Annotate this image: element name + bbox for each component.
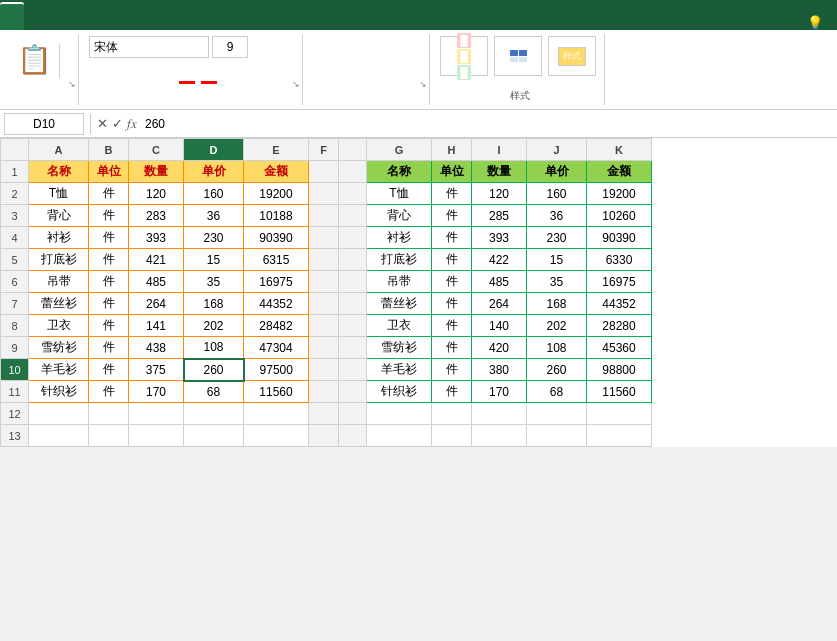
cell-f[interactable] bbox=[309, 249, 339, 271]
cell[interactable]: 衬衫 bbox=[29, 227, 89, 249]
cell[interactable]: T恤 bbox=[367, 183, 432, 205]
cell[interactable] bbox=[89, 425, 129, 447]
cell[interactable]: 羊毛衫 bbox=[367, 359, 432, 381]
row-header-2[interactable]: 2 bbox=[1, 183, 29, 205]
cell[interactable]: 件 bbox=[89, 227, 129, 249]
cell[interactable]: 90390 bbox=[244, 227, 309, 249]
cell[interactable]: 16975 bbox=[244, 271, 309, 293]
cell[interactable]: 10260 bbox=[587, 205, 652, 227]
font-size-input[interactable] bbox=[212, 36, 248, 58]
extra5-icon[interactable]: ≡ bbox=[637, 58, 657, 78]
cell[interactable] bbox=[587, 425, 652, 447]
cell-f[interactable] bbox=[309, 425, 339, 447]
cell[interactable]: 数量 bbox=[472, 161, 527, 183]
cell[interactable]: 金额 bbox=[244, 161, 309, 183]
merge-icon[interactable]: ⊟ bbox=[401, 58, 421, 78]
cell[interactable] bbox=[472, 403, 527, 425]
italic-button[interactable] bbox=[111, 65, 131, 85]
cell[interactable]: 卫衣 bbox=[367, 315, 432, 337]
cell[interactable]: 485 bbox=[129, 271, 184, 293]
cell[interactable]: T恤 bbox=[29, 183, 89, 205]
cell[interactable]: 15 bbox=[527, 249, 587, 271]
cell[interactable]: 卫衣 bbox=[29, 315, 89, 337]
align-middle-icon[interactable]: ≡ bbox=[335, 36, 355, 56]
col-header-g[interactable]: G bbox=[367, 139, 432, 161]
tab-excel-finance[interactable] bbox=[48, 2, 72, 30]
cell[interactable]: 28280 bbox=[587, 315, 652, 337]
cell[interactable]: 件 bbox=[89, 205, 129, 227]
row-header-4[interactable]: 4 bbox=[1, 227, 29, 249]
cell[interactable]: 件 bbox=[89, 293, 129, 315]
cell[interactable]: 285 bbox=[472, 205, 527, 227]
cell[interactable]: 件 bbox=[89, 315, 129, 337]
tab-formula[interactable] bbox=[120, 2, 144, 30]
col-header-j[interactable]: J bbox=[527, 139, 587, 161]
cell[interactable]: 11560 bbox=[244, 381, 309, 403]
cell[interactable]: 雪纺衫 bbox=[29, 337, 89, 359]
cell-f[interactable] bbox=[309, 161, 339, 183]
font-expand-icon[interactable]: ↘ bbox=[292, 79, 300, 89]
cell[interactable]: 吊带 bbox=[29, 271, 89, 293]
row-header-9[interactable]: 9 bbox=[1, 337, 29, 359]
align-right-icon[interactable]: ➡ bbox=[357, 58, 377, 78]
extra6-icon[interactable]: ≡ bbox=[659, 58, 679, 78]
cell[interactable]: 421 bbox=[129, 249, 184, 271]
underline-button[interactable] bbox=[133, 65, 153, 85]
cell[interactable] bbox=[29, 425, 89, 447]
font-name-input[interactable] bbox=[89, 36, 209, 58]
row-header-10[interactable]: 10 bbox=[1, 359, 29, 381]
cell[interactable]: 120 bbox=[129, 183, 184, 205]
cell[interactable] bbox=[184, 425, 244, 447]
tab-dev[interactable] bbox=[216, 2, 240, 30]
left-indent-icon[interactable]: ≡ bbox=[615, 36, 635, 56]
cell[interactable]: 件 bbox=[432, 337, 472, 359]
cell[interactable]: 230 bbox=[184, 227, 244, 249]
cell[interactable]: 170 bbox=[472, 381, 527, 403]
cell[interactable]: 单位 bbox=[89, 161, 129, 183]
cell[interactable]: 16975 bbox=[587, 271, 652, 293]
col-header-h[interactable]: H bbox=[432, 139, 472, 161]
clipboard-expand-icon[interactable]: ↘ bbox=[68, 79, 76, 89]
cell[interactable]: 19200 bbox=[244, 183, 309, 205]
center2-icon[interactable]: ≡ bbox=[637, 36, 657, 56]
paste-button[interactable]: 📋 bbox=[10, 44, 60, 78]
confirm-formula-icon[interactable]: ✓ bbox=[112, 116, 123, 131]
cell-f[interactable] bbox=[309, 183, 339, 205]
cell[interactable]: 羊毛衫 bbox=[29, 359, 89, 381]
tab-help[interactable] bbox=[240, 2, 264, 30]
cell[interactable]: 11560 bbox=[587, 381, 652, 403]
cell[interactable]: 10188 bbox=[244, 205, 309, 227]
cell[interactable]: 件 bbox=[432, 293, 472, 315]
cell[interactable]: 名称 bbox=[367, 161, 432, 183]
cell[interactable]: 针织衫 bbox=[367, 381, 432, 403]
cell[interactable]: 168 bbox=[184, 293, 244, 315]
col-header-a[interactable]: A bbox=[29, 139, 89, 161]
cell[interactable] bbox=[527, 425, 587, 447]
font-color-button[interactable]: A bbox=[199, 65, 219, 85]
cell[interactable]: 98800 bbox=[587, 359, 652, 381]
row-header-5[interactable]: 5 bbox=[1, 249, 29, 271]
cell[interactable]: 140 bbox=[472, 315, 527, 337]
cell[interactable]: 422 bbox=[472, 249, 527, 271]
cell[interactable]: 件 bbox=[432, 249, 472, 271]
cell[interactable] bbox=[244, 403, 309, 425]
tab-review[interactable] bbox=[168, 2, 192, 30]
cut-button[interactable] bbox=[64, 56, 68, 58]
cell[interactable]: 68 bbox=[184, 381, 244, 403]
cell[interactable] bbox=[129, 425, 184, 447]
col-header-k[interactable]: K bbox=[587, 139, 652, 161]
cell[interactable]: 针织衫 bbox=[29, 381, 89, 403]
cell[interactable]: 单价 bbox=[184, 161, 244, 183]
cell[interactable]: 吊带 bbox=[367, 271, 432, 293]
cell-f[interactable] bbox=[309, 359, 339, 381]
cell[interactable] bbox=[432, 425, 472, 447]
cell[interactable]: 438 bbox=[129, 337, 184, 359]
alignment-expand-icon[interactable]: ↘ bbox=[419, 79, 427, 89]
cell[interactable]: 蕾丝衫 bbox=[29, 293, 89, 315]
cell-f[interactable] bbox=[309, 403, 339, 425]
cell-f[interactable] bbox=[309, 315, 339, 337]
cell[interactable] bbox=[587, 403, 652, 425]
cell[interactable]: 件 bbox=[89, 381, 129, 403]
cell[interactable]: 283 bbox=[129, 205, 184, 227]
cell[interactable] bbox=[527, 403, 587, 425]
